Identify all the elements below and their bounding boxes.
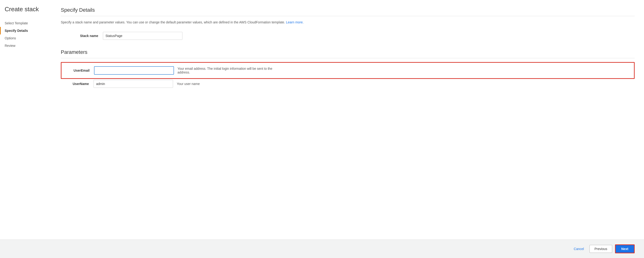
user-name-hint: Your user name	[177, 82, 200, 86]
stack-name-label: Stack name	[70, 34, 103, 38]
user-name-input[interactable]	[94, 80, 173, 88]
description-text: Specify a stack name and parameter value…	[61, 20, 285, 24]
sidebar-nav: Select TemplateSpecify DetailsOptionsRev…	[0, 20, 52, 49]
specify-details-title: Specify Details	[61, 7, 635, 13]
stack-name-input[interactable]	[103, 32, 182, 40]
stack-name-section: Stack name	[61, 32, 635, 40]
user-email-hint: Your email address. The initial login in…	[178, 67, 285, 74]
main-content: Create stack Select TemplateSpecify Deta…	[0, 0, 644, 239]
page-title: Create stack	[0, 6, 52, 20]
stack-name-row: Stack name	[70, 32, 635, 40]
user-email-label: UserEmail	[62, 69, 94, 72]
sidebar-item-options[interactable]: Options	[0, 35, 52, 42]
page-container: Create stack Select TemplateSpecify Deta…	[0, 0, 644, 258]
user-name-label: UserName	[61, 82, 94, 86]
parameters-title: Parameters	[61, 49, 635, 55]
previous-button[interactable]: Previous	[590, 245, 612, 253]
section-description: Specify a stack name and parameter value…	[61, 20, 635, 25]
parameters-section: Parameters UserEmail Your email address.…	[61, 49, 635, 88]
title-divider	[61, 16, 635, 16]
parameters-highlighted-group: UserEmail Your email address. The initia…	[61, 62, 635, 79]
parameters-divider	[61, 58, 635, 58]
sidebar-item-review[interactable]: Review	[0, 42, 52, 49]
learn-more-link[interactable]: Learn more.	[286, 20, 304, 24]
content-area: Specify Details Specify a stack name and…	[52, 0, 644, 239]
sidebar-item-specify-details[interactable]: Specify Details	[0, 27, 52, 35]
next-button[interactable]: Next	[615, 244, 635, 253]
parameters-normal-group: UserName Your user name	[61, 80, 635, 88]
footer-bar: Cancel Previous Next	[0, 239, 644, 258]
user-email-row: UserEmail Your email address. The initia…	[62, 67, 634, 75]
user-name-row: UserName Your user name	[61, 80, 635, 88]
cancel-button[interactable]: Cancel	[571, 245, 587, 252]
user-email-input[interactable]	[94, 67, 174, 75]
sidebar: Create stack Select TemplateSpecify Deta…	[0, 0, 52, 239]
sidebar-item-select-template[interactable]: Select Template	[0, 20, 52, 27]
